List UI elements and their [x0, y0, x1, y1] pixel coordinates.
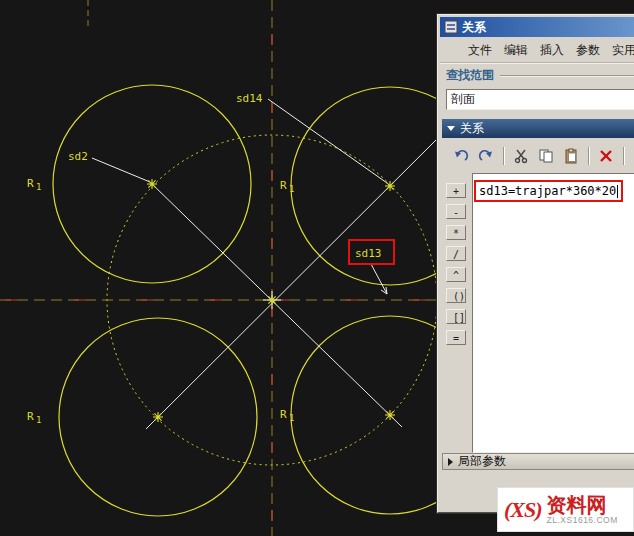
operator-parentheses-button[interactable]: ()	[446, 288, 466, 303]
local-params-bar[interactable]: 局部参数	[442, 453, 634, 470]
local-params-label: 局部参数	[458, 453, 506, 470]
watermark-url: ZL.XS1616.COM	[547, 516, 618, 525]
diagonal-line-1[interactable]	[150, 182, 402, 427]
operator-multiply-button[interactable]: *	[446, 225, 466, 240]
relation-highlight-box: sd13=trajpar*360*20	[474, 180, 623, 202]
collapse-icon	[447, 126, 455, 131]
menu-edit[interactable]: 编辑	[498, 38, 534, 63]
relations-toolbar	[440, 141, 634, 171]
relation-expression[interactable]: sd13=trajpar*360*20	[479, 184, 616, 198]
text-cursor	[617, 185, 618, 198]
menu-bar: 文件 编辑 插入 参数 实用	[440, 38, 634, 63]
toolbar-separator	[588, 147, 589, 165]
watermark-text: 资料网 ZL.XS1616.COM	[547, 494, 618, 525]
svg-text:1: 1	[36, 415, 41, 425]
relations-dialog-icon	[444, 20, 458, 34]
lookin-label: 查找范围	[446, 67, 494, 84]
relations-section-header[interactable]: 关系	[442, 119, 634, 138]
dialog-titlebar[interactable]: 关系	[440, 17, 634, 37]
operator-power-button[interactable]: ^	[446, 267, 466, 282]
toolbar-separator	[503, 147, 504, 165]
lookin-select[interactable]: 剖面	[446, 89, 634, 110]
sd13-arrow[interactable]	[371, 264, 387, 294]
dim-label-sd14[interactable]: sd14	[236, 92, 263, 105]
menu-parameters[interactable]: 参数	[570, 38, 606, 63]
delete-icon	[598, 148, 614, 164]
operator-plus-button[interactable]: +	[446, 183, 466, 198]
copy-button[interactable]	[535, 145, 557, 167]
center-point-star[interactable]	[385, 181, 395, 191]
paste-icon	[563, 148, 579, 164]
toolbar-separator	[623, 147, 624, 165]
undo-icon	[453, 148, 469, 164]
operator-buttons: + - * / ^ () [] =	[446, 183, 468, 345]
cut-button[interactable]	[510, 145, 532, 167]
lookin-group: 查找范围	[446, 67, 634, 84]
operator-equals-button[interactable]: =	[446, 330, 466, 345]
lookin-selected-value: 剖面	[447, 91, 475, 108]
dialog-title: 关系	[462, 19, 486, 36]
sort-button[interactable]	[630, 145, 634, 167]
svg-text:R: R	[27, 177, 34, 190]
svg-text:R: R	[280, 179, 287, 192]
sd2-leader-line[interactable]	[92, 158, 150, 182]
paste-button[interactable]	[560, 145, 582, 167]
svg-text:R: R	[280, 408, 287, 421]
relations-dialog: 关系 文件 编辑 插入 参数 实用 查找范围 剖面 关系	[437, 14, 634, 513]
radius-label-top-left[interactable]: R 1	[27, 177, 41, 192]
menu-insert[interactable]: 插入	[534, 38, 570, 63]
operator-minus-button[interactable]: -	[446, 204, 466, 219]
app-screen: sd14 sd2 R 1 R 1 R 1 R 1 sd13	[0, 0, 634, 536]
dim-label-sd13[interactable]: sd13	[355, 247, 382, 260]
svg-text:1: 1	[289, 184, 294, 194]
center-point-star[interactable]	[147, 179, 157, 189]
dim-label-sd2[interactable]: sd2	[68, 150, 88, 163]
radius-label-bottom-left[interactable]: R 1	[27, 410, 41, 425]
menu-utilities[interactable]: 实用	[606, 38, 634, 63]
relations-section-label: 关系	[460, 120, 484, 137]
menu-file[interactable]: 文件	[462, 38, 498, 63]
radius-label-top-right[interactable]: R 1	[280, 179, 294, 194]
redo-button[interactable]	[475, 145, 497, 167]
watermark: (XS) 资料网 ZL.XS1616.COM	[497, 487, 634, 532]
operator-brackets-button[interactable]: []	[446, 309, 466, 324]
radius-label-bottom-right[interactable]: R 1	[280, 408, 294, 423]
scissors-icon	[513, 148, 529, 164]
svg-text:1: 1	[36, 182, 41, 192]
undo-button[interactable]	[450, 145, 472, 167]
copy-icon	[538, 148, 554, 164]
watermark-logo: (XS)	[504, 497, 542, 523]
center-point-star[interactable]	[153, 412, 163, 422]
delete-button[interactable]	[595, 145, 617, 167]
lookin-rule	[500, 75, 634, 77]
sd14-leader-line[interactable]	[268, 99, 387, 183]
operator-divide-button[interactable]: /	[446, 246, 466, 261]
watermark-site-name: 资料网	[547, 494, 618, 516]
svg-text:1: 1	[289, 413, 294, 423]
center-point-star[interactable]	[385, 410, 395, 420]
svg-text:R: R	[27, 410, 34, 423]
center-point-star[interactable]	[267, 295, 277, 305]
relation-editor[interactable]: sd13=trajpar*360*20	[472, 173, 634, 453]
expand-icon	[448, 458, 453, 466]
redo-icon	[478, 148, 494, 164]
